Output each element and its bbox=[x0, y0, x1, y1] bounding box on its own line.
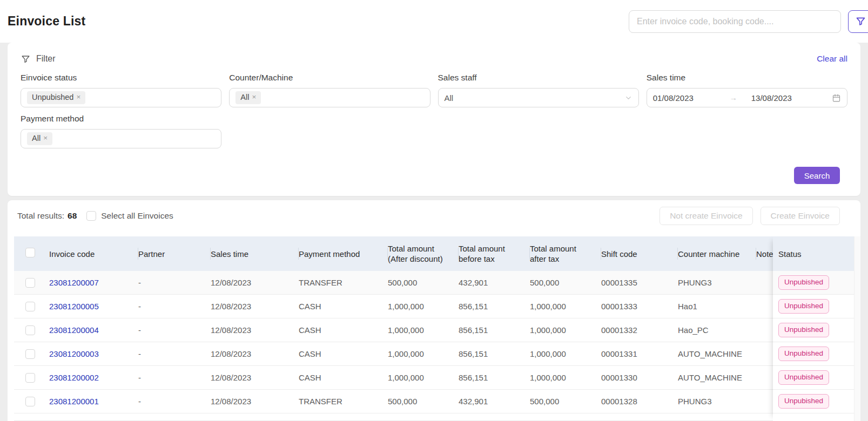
cell-partner: - bbox=[138, 302, 211, 311]
column-header-total_before_tax: Total amountbefore tax bbox=[459, 243, 530, 264]
invoice-code-link[interactable]: 23081200004 bbox=[49, 325, 99, 335]
status-partial-row bbox=[773, 413, 854, 421]
filter-toggle-button[interactable] bbox=[848, 10, 868, 33]
results-actions: Not create Einvoice Create Einvoice bbox=[660, 207, 840, 225]
date-to-value[interactable]: 13/08/2023 bbox=[751, 93, 827, 103]
total-results-value: 68 bbox=[68, 211, 77, 221]
payment-method-label: Payment method bbox=[21, 114, 221, 125]
cell-total_after_discount: 1,000,000 bbox=[388, 302, 459, 311]
row-select-cell bbox=[14, 325, 49, 335]
column-header-invoice_code: Invoice code bbox=[49, 249, 138, 259]
cell-total_after_tax: 1,000,000 bbox=[530, 373, 601, 382]
row-checkbox[interactable] bbox=[25, 325, 35, 335]
payment-method-select[interactable]: All × bbox=[21, 129, 221, 148]
einvoice-status-tag: Unpubished × bbox=[27, 91, 85, 104]
sales-time-range-picker[interactable]: 01/08/2023 → 13/08/2023 bbox=[647, 88, 847, 107]
search-input[interactable] bbox=[629, 10, 841, 33]
einvoice-table: Invoice codePartnerSales timePayment met… bbox=[14, 236, 854, 421]
status-cell: Unpubished bbox=[773, 271, 854, 295]
invoice-code-link[interactable]: 23081200005 bbox=[49, 302, 99, 311]
not-create-einvoice-button[interactable]: Not create Einvoice bbox=[660, 207, 752, 225]
cell-sales_time: 12/08/2023 bbox=[211, 349, 299, 358]
column-header-total_after_discount: Total amount(After discount) bbox=[388, 243, 459, 264]
cell-invoice-code: 23081200002 bbox=[49, 373, 138, 382]
select-all-einvoices-checkbox[interactable] bbox=[86, 211, 96, 221]
cell-payment_method: TRANSFER bbox=[299, 278, 388, 287]
invoice-code-link[interactable]: 23081200007 bbox=[49, 278, 99, 287]
results-header: Total results: 68 Select all Einvoices N… bbox=[14, 205, 854, 227]
column-header-partner: Partner bbox=[138, 249, 211, 259]
status-badge: Unpubished bbox=[778, 299, 829, 314]
cell-payment_method: CASH bbox=[299, 349, 388, 358]
table-row: 23081200007-12/08/2023TRANSFER500,000432… bbox=[14, 271, 854, 295]
results-panel: Total results: 68 Select all Einvoices N… bbox=[8, 200, 860, 421]
row-checkbox[interactable] bbox=[25, 302, 35, 311]
invoice-code-link[interactable]: 23081200002 bbox=[49, 373, 99, 382]
row-checkbox[interactable] bbox=[25, 373, 35, 383]
topbar: Einvoice List bbox=[0, 0, 868, 43]
field-payment-method: Payment method All × bbox=[21, 114, 221, 148]
page-title: Einvoice List bbox=[8, 14, 85, 29]
cell-partner: - bbox=[138, 325, 211, 335]
cell-payment_method: CASH bbox=[299, 302, 388, 311]
cell-partner: - bbox=[138, 373, 211, 382]
column-header-sales_time: Sales time bbox=[211, 249, 299, 259]
cell-payment_method: CASH bbox=[299, 325, 388, 335]
clear-all-link[interactable]: Clear all bbox=[817, 54, 847, 64]
cell-invoice-code: 23081200001 bbox=[49, 397, 138, 406]
table-row: 23081200001-12/08/2023TRANSFER500,000432… bbox=[14, 390, 854, 413]
counter-machine-tag: All × bbox=[235, 91, 261, 104]
column-header-status: Status bbox=[773, 236, 854, 271]
tag-remove-icon[interactable]: × bbox=[73, 93, 83, 101]
row-select-cell bbox=[14, 373, 49, 383]
counter-machine-select[interactable]: All × bbox=[229, 88, 430, 107]
cell-sales_time: 12/08/2023 bbox=[211, 325, 299, 335]
cell-counter_machine: PHUNG3 bbox=[678, 397, 756, 406]
cell-total_before_tax: 856,151 bbox=[459, 302, 530, 311]
filter-icon bbox=[21, 54, 31, 64]
calendar-icon bbox=[832, 93, 841, 103]
select-all-einvoices-label: Select all Einvoices bbox=[101, 211, 173, 221]
cell-total_after_tax: 500,000 bbox=[530, 278, 601, 287]
status-badge: Unpubished bbox=[778, 323, 829, 337]
invoice-code-link[interactable]: 23081200003 bbox=[49, 349, 99, 358]
row-select-cell bbox=[14, 349, 49, 359]
column-header-shift_code: Shift code bbox=[601, 249, 678, 259]
date-from-value[interactable]: 01/08/2023 bbox=[653, 93, 722, 103]
cell-total_before_tax: 856,151 bbox=[459, 325, 530, 335]
cell-payment_method: TRANSFER bbox=[299, 397, 388, 406]
table-scrollbar-gutter[interactable] bbox=[854, 236, 860, 421]
cell-total_before_tax: 432,901 bbox=[459, 278, 530, 287]
row-select-cell bbox=[14, 278, 49, 288]
row-checkbox[interactable] bbox=[25, 349, 35, 359]
tag-remove-icon[interactable]: × bbox=[41, 134, 50, 142]
filter-fields: Einvoice status Unpubished × Counter/Mac… bbox=[21, 73, 847, 148]
cell-counter_machine: Hao_PC bbox=[678, 325, 756, 335]
search-button[interactable]: Search bbox=[794, 167, 840, 184]
cell-payment_method: CASH bbox=[299, 373, 388, 382]
einvoice-status-select[interactable]: Unpubished × bbox=[21, 88, 221, 107]
tag-remove-icon[interactable]: × bbox=[249, 93, 259, 101]
sales-staff-select[interactable]: All bbox=[438, 88, 639, 107]
cell-total_after_tax: 500,000 bbox=[530, 397, 601, 406]
filter-panel-header: Filter Clear all bbox=[21, 50, 847, 67]
column-header-counter_machine: Counter machine bbox=[678, 249, 756, 259]
invoice-code-link[interactable]: 23081200001 bbox=[49, 397, 99, 406]
cell-total_before_tax: 432,901 bbox=[459, 397, 530, 406]
cell-shift_code: 00001330 bbox=[601, 373, 678, 382]
row-checkbox[interactable] bbox=[25, 397, 35, 406]
status-sticky-column: Status UnpubishedUnpubishedUnpubishedUnp… bbox=[773, 236, 854, 421]
cell-shift_code: 00001328 bbox=[601, 397, 678, 406]
field-sales-time: Sales time 01/08/2023 → 13/08/2023 bbox=[647, 73, 847, 107]
cell-sales_time: 12/08/2023 bbox=[211, 278, 299, 287]
create-einvoice-button[interactable]: Create Einvoice bbox=[761, 207, 840, 225]
row-checkbox[interactable] bbox=[25, 278, 35, 288]
payment-method-tag: All × bbox=[27, 132, 52, 145]
cell-total_after_tax: 1,000,000 bbox=[530, 325, 601, 335]
table-row: 23081200003-12/08/2023CASH1,000,000856,1… bbox=[14, 342, 854, 366]
select-all-rows-checkbox[interactable] bbox=[25, 248, 35, 257]
tag-label: All bbox=[32, 134, 41, 143]
column-header-payment_method: Payment method bbox=[299, 249, 388, 259]
status-cell: Unpubished bbox=[773, 366, 854, 390]
status-cell: Unpubished bbox=[773, 342, 854, 366]
